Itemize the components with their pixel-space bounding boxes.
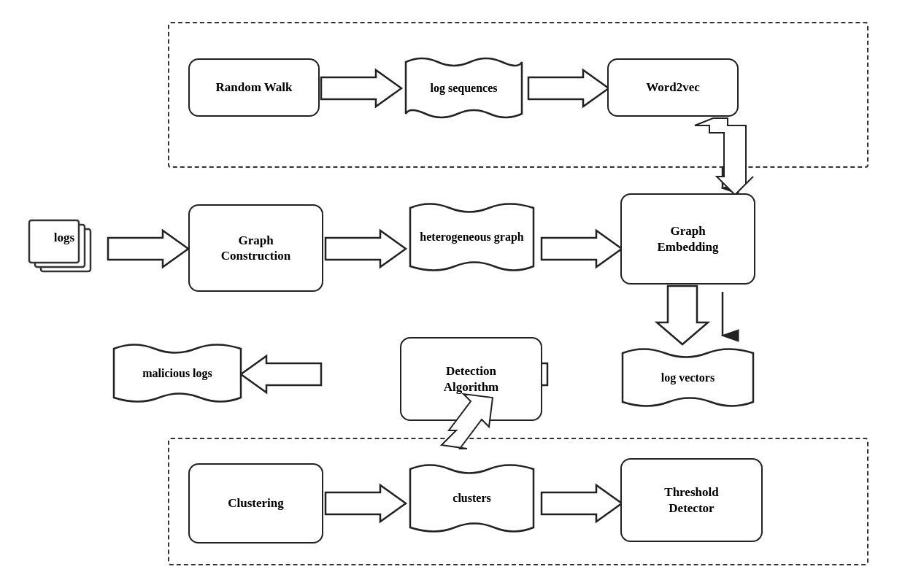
svg-marker-12 <box>695 118 753 195</box>
arrow-ge-to-lv <box>661 286 719 344</box>
malicious-logs-node: malicious logs <box>108 339 247 408</box>
svg-marker-14 <box>542 231 622 267</box>
arrow-da-to-ml <box>241 356 321 392</box>
word2vec-node: Word2vec <box>607 58 739 117</box>
graph-construction-node: Graph Construction <box>188 204 323 292</box>
arrow-ls-to-w2v <box>528 70 609 107</box>
random-walk-node: Random Walk <box>188 58 320 117</box>
svg-marker-18 <box>442 394 493 449</box>
arrow-rw-to-ls <box>321 70 401 107</box>
svg-marker-11 <box>528 70 609 107</box>
arrow-hg-to-ge <box>542 231 622 267</box>
threshold-detector-node: Threshold Detector <box>620 458 763 542</box>
arrow-cl-to-clusters <box>326 485 406 522</box>
arrow-bottom-to-da <box>442 394 500 452</box>
graph-embedding-node: Graph Embedding <box>620 193 755 285</box>
logs-label: logs <box>28 231 101 245</box>
svg-marker-15 <box>657 286 708 344</box>
heterogeneous-graph-node: heterogeneous graph <box>404 197 539 277</box>
arrow-clusters-to-td <box>542 485 622 522</box>
clusters-node: clusters <box>404 458 539 538</box>
svg-marker-13 <box>326 231 406 267</box>
arrow-gc-to-hg <box>326 231 406 267</box>
svg-marker-19 <box>326 485 406 522</box>
clustering-node: Clustering <box>188 463 323 543</box>
log-sequences-node: log sequences <box>400 53 528 123</box>
svg-marker-9 <box>108 231 188 267</box>
diagram: logs Random Walk log sequences Word2vec … <box>0 0 905 588</box>
log-vectors-node: log vectors <box>617 343 759 412</box>
arrow-logs-to-gc <box>108 231 188 267</box>
arrow-w2v-to-ge <box>695 118 753 198</box>
logs-icon: logs <box>28 216 101 285</box>
svg-marker-20 <box>542 485 622 522</box>
svg-marker-17 <box>241 356 321 392</box>
svg-marker-10 <box>321 70 401 107</box>
